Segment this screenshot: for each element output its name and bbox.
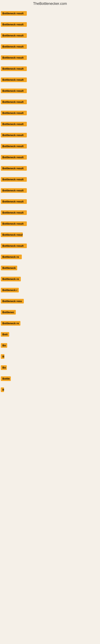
- bottleneck-badge[interactable]: Bottleneck result: [1, 133, 27, 138]
- bottleneck-item-32: Bo: [1, 365, 7, 371]
- bottleneck-badge[interactable]: Bottleneck result: [1, 55, 27, 60]
- bottleneck-item-1: Bottleneck result: [1, 22, 27, 28]
- bottleneck-badge[interactable]: Bottleneck result: [1, 11, 27, 16]
- bottleneck-badge[interactable]: Bottlenec: [1, 310, 16, 314]
- bottleneck-badge[interactable]: Bottleneck result: [1, 88, 27, 93]
- bottleneck-item-28: Bottleneck re: [1, 321, 20, 326]
- bottleneck-badge[interactable]: Bottleneck result: [1, 210, 27, 215]
- bottleneck-item-10: Bottleneck result: [1, 122, 27, 127]
- bottleneck-badge[interactable]: Bott: [1, 332, 9, 337]
- bottleneck-item-20: Bottleneck result: [1, 232, 23, 238]
- bottleneck-item-26: Bottleneck resu: [1, 299, 24, 304]
- bottleneck-item-6: Bottleneck result: [1, 78, 27, 83]
- bottleneck-badge[interactable]: Bottleneck result: [1, 222, 27, 226]
- bottleneck-item-5: Bottleneck result: [1, 66, 27, 72]
- bottleneck-badge[interactable]: Bottleneck result: [1, 144, 27, 148]
- bottleneck-badge[interactable]: Bottleneck re: [1, 277, 21, 281]
- bottleneck-badge[interactable]: Bottleneck result: [1, 166, 27, 171]
- bottleneck-badge[interactable]: Bottleneck result: [1, 188, 27, 193]
- bottleneck-item-23: Bottleneck: [1, 266, 17, 271]
- bottleneck-badge[interactable]: Bottleneck re: [1, 321, 20, 326]
- bottleneck-badge[interactable]: Bottleneck re: [1, 254, 22, 259]
- bottleneck-item-0: Bottleneck result: [1, 11, 27, 16]
- bottleneck-item-4: Bottleneck result: [1, 55, 27, 61]
- bottleneck-badge[interactable]: Bottleneck result: [1, 199, 27, 204]
- bottleneck-item-25: Bottleneck r: [1, 288, 19, 293]
- bottleneck-badge[interactable]: Bottleneck result: [1, 66, 27, 71]
- bottleneck-item-27: Bottlenec: [1, 310, 16, 315]
- bottleneck-badge[interactable]: Bottleneck result: [1, 155, 27, 160]
- bottleneck-badge[interactable]: Bottleneck result: [1, 78, 27, 82]
- bottleneck-item-21: Bottleneck result: [1, 244, 27, 249]
- bottleneck-badge[interactable]: Bottleneck: [1, 266, 17, 270]
- bottleneck-item-2: Bottleneck result: [1, 33, 27, 39]
- bottleneck-item-14: Bottleneck result: [1, 166, 27, 172]
- bottleneck-badge[interactable]: Bottleneck result: [1, 44, 27, 49]
- bottleneck-item-24: Bottleneck re: [1, 277, 21, 282]
- bottleneck-item-34: B: [1, 388, 4, 393]
- bottleneck-item-16: Bottleneck result: [1, 188, 27, 194]
- bottleneck-badge[interactable]: Bottleneck result: [1, 122, 27, 126]
- bottleneck-item-17: Bottleneck result: [1, 199, 27, 205]
- bottleneck-badge[interactable]: Bottleneck result: [1, 232, 23, 237]
- bottleneck-badge[interactable]: Bottleneck result: [1, 111, 27, 115]
- bottleneck-badge[interactable]: Bottleneck r: [1, 288, 19, 292]
- bottleneck-item-33: Bottle: [1, 376, 11, 382]
- bottleneck-item-18: Bottleneck result: [1, 210, 27, 216]
- bottleneck-badge[interactable]: Bottle: [1, 376, 11, 381]
- bottleneck-item-30: Bo: [1, 343, 7, 348]
- bottleneck-list: Bottleneck resultBottleneck resultBottle…: [0, 7, 100, 429]
- bottleneck-item-7: Bottleneck result: [1, 88, 27, 94]
- bottleneck-badge[interactable]: Bottleneck resu: [1, 299, 24, 304]
- bottleneck-item-9: Bottleneck result: [1, 111, 27, 116]
- bottleneck-badge[interactable]: B: [1, 388, 4, 392]
- bottleneck-item-12: Bottleneck result: [1, 144, 27, 149]
- bottleneck-item-8: Bottleneck result: [1, 100, 27, 105]
- bottleneck-item-3: Bottleneck result: [1, 44, 27, 50]
- bottleneck-item-29: Bott: [1, 332, 9, 338]
- site-title: TheBottlenecker.com: [0, 0, 100, 7]
- bottleneck-item-22: Bottleneck re: [1, 254, 22, 260]
- bottleneck-badge[interactable]: Bottleneck result: [1, 177, 27, 182]
- bottleneck-badge[interactable]: Bottleneck result: [1, 100, 27, 104]
- bottleneck-item-11: Bottleneck result: [1, 133, 27, 138]
- bottleneck-badge[interactable]: Bottleneck result: [1, 22, 27, 27]
- bottleneck-badge[interactable]: Bo: [1, 343, 7, 348]
- bottleneck-badge[interactable]: Bo: [1, 365, 7, 370]
- page-wrapper: TheBottlenecker.com Bottleneck resultBot…: [0, 0, 100, 644]
- bottleneck-badge[interactable]: Bottleneck result: [1, 33, 27, 38]
- bottleneck-item-15: Bottleneck result: [1, 177, 27, 182]
- bottleneck-item-13: Bottleneck result: [1, 155, 27, 160]
- bottleneck-badge[interactable]: B: [1, 354, 4, 359]
- bottleneck-item-31: B: [1, 354, 4, 360]
- bottleneck-item-19: Bottleneck result: [1, 222, 27, 227]
- bottleneck-badge[interactable]: Bottleneck result: [1, 244, 27, 248]
